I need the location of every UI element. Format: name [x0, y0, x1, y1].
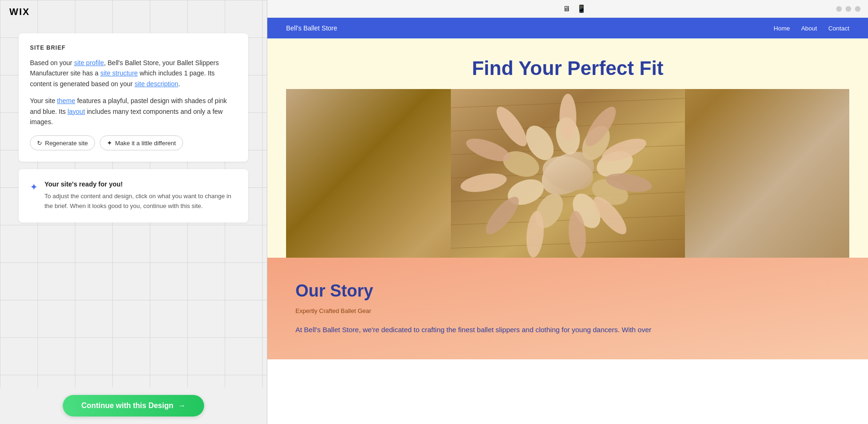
story-subtitle: Expertly Crafted Ballet Gear: [295, 307, 840, 314]
brief-actions: ↻ Regenerate site ✦ Make it a little dif…: [30, 135, 237, 150]
site-nav: Bell's Ballet Store Home About Contact: [267, 18, 868, 38]
hero-title: Find Your Perfect Fit: [286, 57, 849, 80]
left-panel: WIX SITE BRIEF Based on your site profil…: [0, 0, 267, 424]
hero-image: [286, 89, 849, 258]
story-section: Our Story Expertly Crafted Ballet Gear A…: [267, 258, 868, 359]
different-label: Make it a little different: [115, 140, 176, 147]
arrow-right-icon: →: [178, 402, 185, 410]
desktop-icon[interactable]: 🖥: [563, 5, 570, 13]
preview-window: 🖥 📱 Bell's Ballet Store Home About Conta…: [267, 0, 868, 424]
site-profile-link[interactable]: site profile: [74, 59, 104, 67]
restore-button[interactable]: [846, 6, 851, 12]
svg-point-19: [559, 94, 576, 141]
story-title: Our Story: [295, 281, 840, 301]
ready-title: Your site's ready for you!: [44, 180, 237, 188]
wix-logo: WIX: [0, 0, 267, 24]
site-nav-links: Home About Contact: [774, 25, 849, 32]
hero-image-container: [286, 89, 849, 258]
ready-body: To adjust the content and design, click …: [44, 192, 237, 211]
site-preview: Bell's Ballet Store Home About Contact F…: [267, 18, 868, 424]
site-brief-paragraph1: Based on your site profile, Bell's Balle…: [30, 58, 237, 89]
minimize-button[interactable]: [836, 6, 842, 12]
site-brief-title: SITE BRIEF: [30, 45, 237, 51]
site-description-link[interactable]: site description: [134, 80, 178, 88]
layout-link[interactable]: layout: [67, 108, 85, 115]
continue-button[interactable]: Continue with this Design →: [63, 395, 204, 417]
story-body: At Bell's Ballet Store, we're dedicated …: [295, 324, 840, 336]
spark-icon: ✦: [30, 181, 38, 193]
magic-wand-icon: ✦: [107, 139, 112, 147]
regenerate-button[interactable]: ↻ Regenerate site: [30, 135, 95, 150]
site-brief-paragraph2: Your site theme features a playful, past…: [30, 96, 237, 127]
hero-section: Find Your Perfect Fit: [267, 38, 868, 258]
site-brief-card: SITE BRIEF Based on your site profile, B…: [19, 33, 248, 162]
nav-contact[interactable]: Contact: [828, 25, 849, 32]
regenerate-label: Regenerate site: [45, 140, 88, 147]
bottom-bar: Continue with this Design →: [0, 387, 267, 424]
nav-about[interactable]: About: [801, 25, 817, 32]
ready-text: Your site's ready for you! To adjust the…: [44, 180, 237, 211]
close-button[interactable]: [855, 6, 861, 12]
site-logo: Bell's Ballet Store: [286, 24, 337, 32]
mobile-icon[interactable]: 📱: [577, 4, 586, 13]
preview-titlebar: 🖥 📱: [267, 0, 868, 18]
window-controls: [836, 6, 861, 12]
theme-link[interactable]: theme: [57, 97, 75, 104]
device-switcher: 🖥 📱: [563, 4, 586, 13]
nav-home[interactable]: Home: [774, 25, 790, 32]
continue-label: Continue with this Design: [81, 402, 173, 410]
left-content: SITE BRIEF Based on your site profile, B…: [0, 24, 267, 387]
ready-card: ✦ Your site's ready for you! To adjust t…: [19, 169, 248, 223]
regenerate-icon: ↻: [37, 140, 42, 147]
make-different-button[interactable]: ✦ Make it a little different: [100, 135, 183, 150]
ballet-shoes-svg: [451, 89, 685, 258]
right-panel: 🖥 📱 Bell's Ballet Store Home About Conta…: [267, 0, 868, 424]
site-structure-link[interactable]: site structure: [100, 69, 138, 77]
